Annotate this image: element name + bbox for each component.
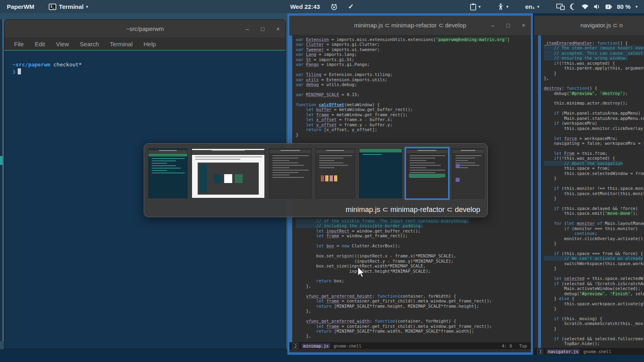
modeline-filename: navigator.js	[547, 349, 580, 354]
maximize-button[interactable]: □	[261, 26, 264, 32]
code-line: Main.panel.statusArea.appMenu.co	[544, 116, 644, 121]
code-line: },	[296, 333, 492, 338]
editor-titlebar[interactable]: minimap.js ⊂ minimap-refactor ⊂ develop …	[289, 16, 531, 35]
code-line: var Pango = imports.gi.Pango;	[296, 62, 510, 67]
menu-item-file[interactable]: File	[14, 41, 24, 47]
code-line: if (Main.panel.statusArea.appMenu)	[544, 111, 644, 115]
minimize-button[interactable]: –	[491, 22, 495, 29]
code-line: },	[296, 284, 492, 288]
code-line: }	[544, 176, 644, 181]
code-line: let box = new Clutter.ActorBox();	[296, 243, 492, 248]
editor-thumbnail-3[interactable]	[452, 148, 484, 198]
code-line	[544, 131, 644, 136]
clock-button[interactable]: Wed 22:43	[290, 3, 320, 10]
code-line: // Abort the navigation	[544, 161, 644, 166]
code-line: debug('#preview', 'destroy');	[544, 91, 644, 96]
code-line	[544, 216, 644, 221]
code-line	[544, 106, 644, 111]
code-line: function calcOffset(metaWindow) {	[296, 102, 510, 107]
code-line: this.space.workspace.activate(gl	[544, 301, 644, 306]
terminal-thumbnail-2[interactable]	[359, 148, 402, 198]
code-line: (inputRect.y - frame.y)*MINIMAP_SCALE);	[296, 259, 492, 263]
code-line: for (let monitor of Main.layoutManag	[544, 221, 644, 226]
maximize-button[interactable]: □	[506, 22, 510, 29]
code-line: // including the invisible border paddin…	[296, 223, 492, 228]
modeline-mode: gnome-shell	[334, 343, 362, 348]
code-line: vfunc_get_preferred_height: function(con…	[296, 294, 492, 298]
accessibility-menu[interactable]: ▾	[497, 3, 508, 10]
clipboard-indicator[interactable]: ▾	[470, 3, 481, 10]
menu-item-edit[interactable]: Edit	[35, 41, 45, 47]
code-line: let inputRect = window.get_buffer_rect()…	[296, 228, 492, 233]
editor-thumbnail-minimap[interactable]	[406, 148, 448, 198]
code-line: return [MINIMAP_SCALE*frame.height, MINI…	[296, 304, 492, 309]
keyboard-layout-menu[interactable]: en₁ ▾	[525, 3, 539, 10]
code-line: monitor.clickOverlay.activate();	[544, 236, 644, 241]
modeline-position: 4: 0	[502, 343, 512, 348]
minimize-button[interactable]: –	[246, 26, 249, 32]
app-menu-button[interactable]: $_ Terminal ▾	[49, 3, 88, 10]
terminal-titlebar[interactable]: ~src/paperwm – □ ×	[4, 20, 285, 38]
menu-item-terminal[interactable]: Terminal	[110, 41, 133, 47]
alarm-clock-icon[interactable]	[330, 3, 338, 10]
prompt-path: ~src/paperwm	[12, 62, 50, 68]
code-line: continue;	[544, 231, 644, 236]
code-line: navigating = false; workspaceMru = f	[544, 141, 644, 146]
code-line: var Tweener = imports.ui.tweener;	[296, 47, 510, 52]
activities-button[interactable]: PaperWM	[7, 3, 34, 10]
code-line	[544, 331, 644, 336]
editor-thumbnail-1[interactable]	[269, 148, 312, 198]
code-line: return box;	[296, 278, 492, 283]
modeline-buffer-number: 2	[293, 343, 298, 349]
battery-percent-label: 80 %	[617, 3, 631, 10]
code-line: } else {	[544, 296, 644, 301]
terminal-cursor	[18, 68, 21, 74]
menu-item-search[interactable]: Search	[80, 41, 99, 47]
system-status-menu[interactable]: 80 % ▾	[556, 3, 638, 10]
navigator-titlebar[interactable]: navigator.js ⊂ n	[534, 16, 644, 35]
code-line: }	[296, 132, 510, 137]
code-line: box.set_size(inputRect.width*MINIMAP_SCA…	[296, 263, 492, 268]
browser-thumbnail[interactable]	[192, 148, 265, 198]
editor-thumbnail-2[interactable]	[316, 148, 355, 198]
prompt-input-line: ❯	[12, 68, 285, 76]
code-line: // We can't activate an already	[544, 256, 644, 261]
close-button[interactable]: ×	[522, 22, 525, 29]
notification-check-icon[interactable]: ✓	[348, 2, 354, 11]
menu-item-help[interactable]: Help	[144, 41, 156, 47]
offscreen-window-edge[interactable]	[0, 19, 4, 341]
editor-modeline: 2 minimap.js gnome-shell 4: 0 Top	[289, 342, 531, 349]
code-line: let From = this.from;	[544, 151, 644, 156]
code-line: this.space.monitor.clickOverlay.	[544, 126, 644, 131]
code-line: if (this.space === from && force) {	[544, 251, 644, 256]
code-line: var utils = Extension.imports.utils;	[296, 77, 510, 82]
top-panel: PaperWM $_ Terminal ▾ Wed 22:43 ✓ ▾	[0, 0, 644, 13]
code-line: if(!this.was_accepted) {	[544, 61, 644, 66]
code-line: let frame = container.get_first_child().…	[296, 324, 492, 329]
code-line	[296, 288, 492, 293]
menu-item-view[interactable]: View	[56, 41, 69, 47]
code-line	[296, 87, 510, 92]
battery-icon	[605, 4, 612, 10]
code-line: let force = workspaceMru;	[544, 136, 644, 141]
code-line	[544, 311, 644, 316]
close-button[interactable]: ×	[277, 26, 280, 32]
terminal-menubar: FileEditViewSearchTerminalHelp	[4, 38, 285, 51]
terminal-thumbnail[interactable]	[148, 148, 188, 198]
chevron-down-icon: ▾	[479, 4, 481, 9]
code-line: this.space.selectedWindow = from	[544, 171, 644, 176]
code-line: if (this.space.delayed && !force)	[544, 206, 644, 211]
navigator-modeline: 3 navigator.js gnome-shell	[534, 348, 644, 355]
offscreen-window-accent	[0, 156, 2, 165]
navigator-code-area[interactable]: _itemEnteredHandler: function() { // The…	[534, 35, 644, 348]
editor-fringe	[538, 35, 541, 348]
code-line	[296, 97, 510, 102]
code-line	[296, 314, 492, 319]
code-line	[296, 249, 492, 253]
wifi-icon	[581, 4, 589, 10]
modeline-scroll: Top	[519, 343, 527, 348]
code-line	[296, 274, 492, 278]
keyboard-layout-label: en₁	[525, 3, 535, 10]
screen-mirror-icon	[556, 4, 565, 10]
code-line	[296, 339, 492, 342]
